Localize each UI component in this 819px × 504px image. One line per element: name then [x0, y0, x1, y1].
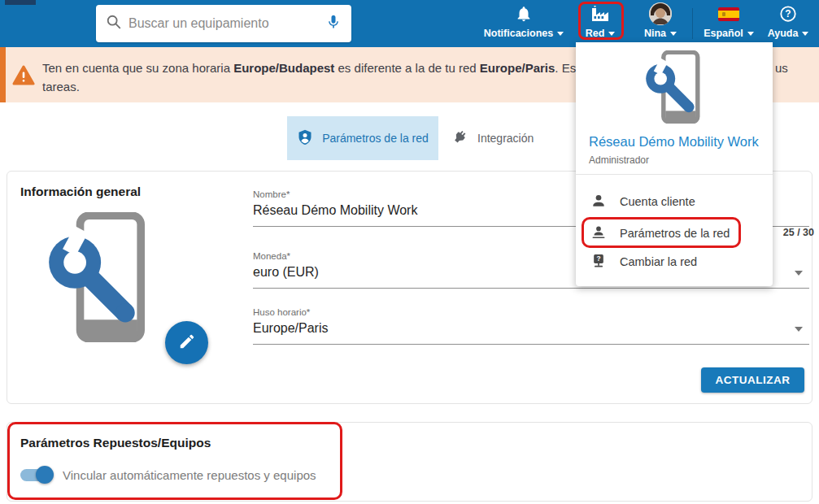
help-circle-icon: ? [761, 2, 815, 25]
warning-text-line2: tareas. [42, 80, 80, 93]
warning-text: Ten en cuenta que su zona horaria Europe… [42, 59, 576, 96]
network-dropdown-panel: Réseau Démo Mobility Work Administrador … [576, 42, 773, 286]
auto-link-toggle-label: Vincular automáticamente repuestos y equ… [63, 468, 316, 482]
timezone-field-label: Huso horario* [253, 307, 809, 317]
nav-user[interactable]: Nina [636, 2, 685, 39]
menu-item-change-network[interactable]: ? Cambiar la red [576, 247, 773, 276]
auto-link-toggle[interactable] [20, 469, 51, 481]
microphone-icon[interactable] [325, 13, 342, 34]
tab-integration[interactable]: Integración [446, 116, 568, 160]
network-name[interactable]: Réseau Démo Mobility Work [589, 134, 759, 150]
plug-icon [451, 128, 468, 149]
wrench-phone-logo [576, 50, 773, 124]
chevron-down-icon [608, 32, 615, 36]
user-role: Administrador [589, 154, 649, 166]
nav-network[interactable]: Red [577, 2, 623, 39]
spain-flag-icon [718, 7, 739, 21]
chevron-down-icon [557, 32, 564, 36]
warning-triangle-icon [12, 65, 35, 89]
svg-text:?: ? [785, 8, 791, 20]
avatar [649, 2, 672, 25]
chevron-down-icon [670, 32, 677, 36]
timezone-field[interactable]: Huso horario* Europe/Paris [253, 307, 809, 345]
person-on-line-icon [590, 224, 607, 243]
chevron-down-icon [802, 32, 808, 36]
nav-help-label: Ayuda [768, 28, 799, 39]
svg-text:?: ? [596, 254, 600, 263]
dropdown-arrow-icon[interactable] [795, 271, 803, 276]
toggle-thumb[interactable] [36, 466, 54, 484]
nav-user-label: Nina [644, 28, 666, 39]
nav-language[interactable]: Español [695, 2, 762, 39]
nav-help[interactable]: ? Ayuda [761, 2, 815, 39]
menu-item-network-settings[interactable]: Parámetros de la red [576, 219, 773, 248]
nav-language-label: Español [704, 28, 743, 39]
menu-item-label: Cambiar la red [620, 255, 697, 268]
nav-divider [692, 8, 693, 39]
chevron-down-icon [747, 32, 754, 36]
person-icon [590, 193, 607, 211]
search-icon [106, 14, 122, 33]
divider [576, 174, 773, 175]
search-bar[interactable] [96, 5, 351, 42]
menu-item-client-account[interactable]: Cuenta cliente [576, 187, 773, 216]
tab-network-settings-label: Parámetros de la red [322, 132, 429, 145]
timezone-field-value[interactable]: Europe/Paris [253, 317, 809, 345]
pencil-icon [178, 332, 196, 354]
update-button[interactable]: ACTUALIZAR [701, 367, 804, 393]
menu-item-label: Cuenta cliente [620, 195, 695, 208]
nav-notifications-label: Notificaciones [484, 28, 553, 39]
spare-parts-title: Parámetros Repuestos/Equipos [20, 436, 211, 450]
warning-text-fragment: us [775, 59, 788, 77]
app-screen: Notificaciones Red Nina Español ? [0, 0, 819, 504]
nav-notifications[interactable]: Notificaciones [476, 2, 572, 39]
nav-network-label: Red [586, 28, 605, 39]
spare-parts-card: Parámetros Repuestos/Equipos Vincular au… [7, 422, 812, 502]
shield-person-icon [297, 129, 313, 148]
edit-logo-button[interactable] [165, 321, 208, 364]
corner-artifact [5, 0, 36, 5]
bell-icon [476, 2, 572, 25]
dropdown-arrow-icon[interactable] [795, 327, 803, 332]
factory-icon [577, 2, 623, 25]
menu-item-label: Parámetros de la red [620, 227, 730, 240]
tab-integration-label: Integración [477, 132, 534, 145]
tab-network-settings[interactable]: Parámetros de la red [287, 116, 438, 160]
question-sign-icon: ? [590, 253, 607, 272]
wrench-phone-logo [46, 212, 152, 345]
general-info-title: Información general [20, 185, 141, 199]
search-input[interactable] [129, 16, 319, 31]
top-navbar: Notificaciones Red Nina Español ? [0, 0, 819, 47]
